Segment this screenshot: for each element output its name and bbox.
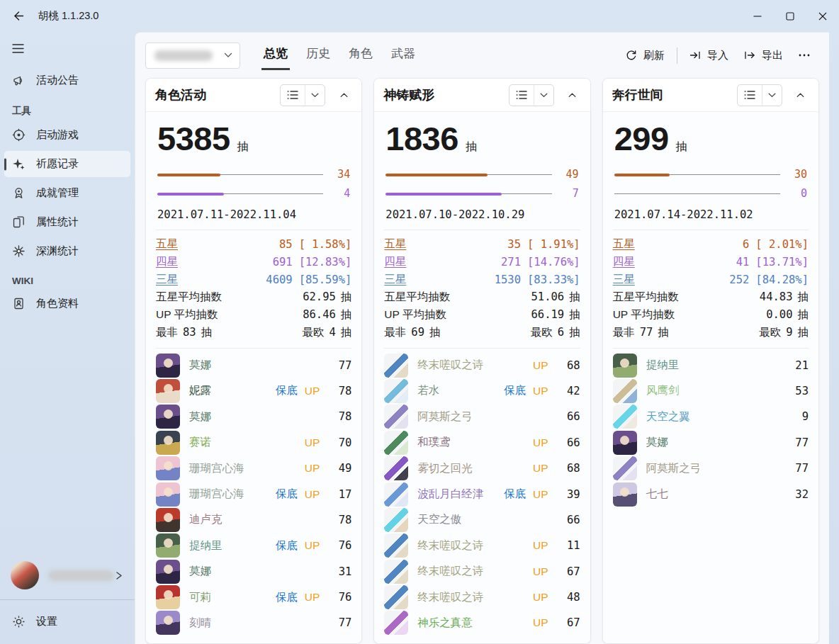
sidebar-item-launch-game[interactable]: 启动游戏 xyxy=(4,122,130,148)
worst-pulls: 最非83抽 xyxy=(156,325,212,340)
stat-3star-label[interactable]: 三星 xyxy=(613,272,635,287)
gacha-item-row[interactable]: 神乐之真意 UP 67 xyxy=(384,610,580,635)
gacha-item-row[interactable]: 莫娜 77 xyxy=(156,352,351,378)
pity-value-4star: 4 xyxy=(344,187,350,200)
tab-weapons[interactable]: 武器 xyxy=(389,40,417,70)
pity-bar-5star: 30 xyxy=(613,168,809,181)
total-pulls-unit: 抽 xyxy=(237,140,249,154)
card-header: 奔行世间 xyxy=(603,79,818,112)
gacha-item-row[interactable]: 赛诺 UP 70 xyxy=(156,430,351,456)
collapse-card-button[interactable] xyxy=(790,84,811,106)
sidebar-item-wish-records[interactable]: 祈愿记录 xyxy=(4,151,130,177)
list-mode-split-button xyxy=(280,84,325,106)
item-name: 莫娜 xyxy=(189,564,211,579)
item-portrait xyxy=(613,405,637,429)
item-portrait xyxy=(156,508,180,532)
gacha-item-row[interactable]: 波乱月白经津 保底 UP 39 xyxy=(384,481,580,507)
card-standard-banner: 奔行世间 xyxy=(602,78,819,644)
up-badge: UP xyxy=(533,359,548,372)
stat-5star-label[interactable]: 五星 xyxy=(613,237,635,252)
gacha-item-row[interactable]: 莫娜 77 xyxy=(613,430,809,456)
gacha-item-row[interactable]: 迪卢克 78 xyxy=(156,507,351,533)
sidebar-item-attribute-stats[interactable]: 属性统计 xyxy=(4,209,130,235)
date-range: 2021.07.14-2022.11.02 xyxy=(614,208,809,221)
list-view-button[interactable] xyxy=(281,85,305,106)
item-portrait xyxy=(384,533,408,558)
gacha-item-row[interactable]: 提纳里 21 xyxy=(613,352,809,378)
sidebar-item-announcements[interactable]: 活动公告 xyxy=(4,67,130,94)
gacha-item-row[interactable]: 终末嗟叹之诗 UP 68 xyxy=(384,352,580,378)
stat-4star-label[interactable]: 四星 xyxy=(613,254,635,269)
collapse-card-button[interactable] xyxy=(562,84,583,106)
minimize-button[interactable] xyxy=(741,0,774,32)
stat-4star-label[interactable]: 四星 xyxy=(156,254,178,269)
item-name: 刻晴 xyxy=(189,616,211,631)
nav-toggle-button[interactable] xyxy=(4,36,31,60)
list-view-button[interactable] xyxy=(509,85,534,106)
tab-history[interactable]: 历史 xyxy=(304,40,332,70)
item-name: 珊瑚宫心海 xyxy=(189,487,244,502)
item-name: 天空之翼 xyxy=(646,409,690,424)
close-button[interactable] xyxy=(806,0,839,32)
gacha-item-row[interactable]: 可莉 保底 UP 76 xyxy=(156,584,351,610)
list-view-button[interactable] xyxy=(738,85,762,106)
gacha-item-row[interactable]: 妮露 保底 UP 78 xyxy=(156,378,351,404)
abyss-stats-icon xyxy=(12,244,26,258)
stat-4star-label[interactable]: 四星 xyxy=(384,254,406,269)
gacha-item-row[interactable]: 刻晴 77 xyxy=(156,610,351,635)
gacha-item-row[interactable]: 终末嗟叹之诗 UP 11 xyxy=(384,533,580,558)
sidebar-item-achievements[interactable]: 成就管理 xyxy=(4,180,130,206)
app-shell: 活动公告 工具 启动游戏 祈愿记录 成就管理 属性统计 xyxy=(0,32,839,644)
tab-overview[interactable]: 总览 xyxy=(261,40,290,70)
list-mode-dropdown-button[interactable] xyxy=(534,85,553,106)
maximize-button[interactable] xyxy=(774,0,806,32)
sidebar-item-abyss-stats[interactable]: 深渊统计 xyxy=(4,238,130,264)
gacha-item-row[interactable]: 若水 保底 UP 42 xyxy=(384,378,580,404)
gacha-item-row[interactable]: 珊瑚宫心海 UP 49 xyxy=(156,456,351,481)
list-mode-dropdown-button[interactable] xyxy=(762,85,782,106)
gacha-item-row[interactable]: 天空之翼 9 xyxy=(613,404,809,429)
list-mode-dropdown-button[interactable] xyxy=(305,85,325,106)
gacha-item-row[interactable]: 阿莫斯之弓 66 xyxy=(384,404,580,429)
pull-count: 77 xyxy=(785,462,809,475)
gacha-item-row[interactable]: 莫娜 31 xyxy=(156,559,351,584)
gacha-item-row[interactable]: 阿莫斯之弓 77 xyxy=(613,456,809,481)
stat-5star-label[interactable]: 五星 xyxy=(156,237,178,252)
window-right-gutter xyxy=(829,32,839,644)
more-options-button[interactable] xyxy=(791,45,818,66)
back-button[interactable] xyxy=(7,6,30,27)
gacha-item-row[interactable]: 天空之傲 66 xyxy=(384,507,580,533)
sidebar-item-label: 启动游戏 xyxy=(36,128,79,142)
gacha-item-row[interactable]: 提纳里 保底 UP 76 xyxy=(156,533,351,558)
refresh-button[interactable]: 刷新 xyxy=(618,44,672,67)
pull-count: 78 xyxy=(328,514,351,526)
sidebar-item-settings[interactable]: 设置 xyxy=(4,606,130,637)
worst-pulls: 最非77抽 xyxy=(613,325,669,340)
gacha-item-row[interactable]: 终末嗟叹之诗 UP 48 xyxy=(384,584,580,610)
stat-3star-label[interactable]: 三星 xyxy=(156,272,178,287)
export-button[interactable]: 导出 xyxy=(736,44,791,67)
gacha-item-row[interactable]: 终末嗟叹之诗 UP 67 xyxy=(384,559,580,584)
stat-avg5: 五星平均抽数 51.06抽 xyxy=(384,288,580,306)
up-badge: UP xyxy=(533,488,548,501)
gacha-item-row[interactable]: 七七 32 xyxy=(613,481,809,507)
gacha-item-row[interactable]: 珊瑚宫心海 保底 UP 17 xyxy=(156,481,351,507)
gacha-item-row[interactable]: 莫娜 78 xyxy=(156,404,351,429)
stat-5star-label[interactable]: 五星 xyxy=(384,237,406,252)
announcement-icon xyxy=(12,74,26,87)
import-button[interactable]: 导入 xyxy=(682,44,736,67)
gacha-item-row[interactable]: 雾切之回光 UP 68 xyxy=(384,456,580,481)
stats-section: 五星 35[ 1.91%] 四星 271[14.76%] 三星 1530[83.… xyxy=(384,230,580,341)
stat-3star-label[interactable]: 三星 xyxy=(384,272,406,287)
collapse-card-button[interactable] xyxy=(333,84,354,106)
item-portrait xyxy=(156,482,180,507)
stat-avg-up: UP 平均抽数 66.19抽 xyxy=(384,306,580,324)
gacha-item-row[interactable]: 风鹰剑 53 xyxy=(613,378,809,404)
account-row[interactable] xyxy=(4,555,130,595)
stat-4star: 四星 691[12.83%] xyxy=(156,253,351,271)
sidebar-item-character-wiki[interactable]: 角色资料 xyxy=(4,290,130,317)
tab-characters[interactable]: 角色 xyxy=(347,40,375,70)
gacha-item-row[interactable]: 和璞鸢 UP 66 xyxy=(384,430,580,456)
uid-selector-dropdown[interactable] xyxy=(145,43,240,69)
stat-4star: 四星 41[13.71%] xyxy=(613,253,809,271)
